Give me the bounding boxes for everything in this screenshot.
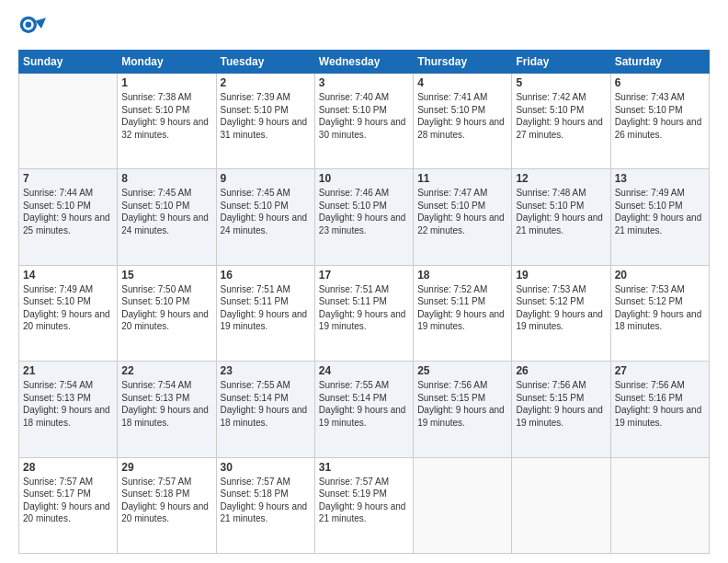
calendar-cell: 29Sunrise: 7:57 AMSunset: 5:18 PMDayligh… (118, 457, 216, 553)
day-number: 27 (615, 364, 705, 377)
calendar-cell: 26Sunrise: 7:56 AMSunset: 5:15 PMDayligh… (512, 362, 610, 457)
calendar-cell: 31Sunrise: 7:57 AMSunset: 5:19 PMDayligh… (314, 457, 413, 553)
calendar-cell: 17Sunrise: 7:51 AMSunset: 5:11 PMDayligh… (314, 265, 413, 361)
calendar-week-row: 7Sunrise: 7:44 AMSunset: 5:10 PMDaylight… (19, 169, 710, 265)
calendar-cell: 15Sunrise: 7:50 AMSunset: 5:10 PMDayligh… (118, 265, 216, 361)
day-number: 15 (121, 269, 211, 282)
calendar-cell: 18Sunrise: 7:52 AMSunset: 5:11 PMDayligh… (414, 265, 512, 361)
day-number: 14 (23, 269, 113, 282)
day-number: 5 (516, 76, 606, 89)
day-number: 30 (221, 461, 311, 474)
day-info: Sunrise: 7:57 AMSunset: 5:18 PMDaylight:… (121, 476, 211, 525)
day-info: Sunrise: 7:44 AMSunset: 5:10 PMDaylight:… (23, 187, 113, 236)
header-thursday: Thursday (414, 51, 512, 74)
calendar-cell: 23Sunrise: 7:55 AMSunset: 5:14 PMDayligh… (216, 362, 314, 457)
day-info: Sunrise: 7:41 AMSunset: 5:10 PMDaylight:… (417, 91, 507, 141)
day-number: 13 (615, 172, 705, 185)
calendar-week-row: 28Sunrise: 7:57 AMSunset: 5:17 PMDayligh… (19, 457, 710, 553)
day-info: Sunrise: 7:49 AMSunset: 5:10 PMDaylight:… (615, 187, 705, 236)
day-info: Sunrise: 7:53 AMSunset: 5:12 PMDaylight:… (615, 283, 705, 333)
calendar-cell: 12Sunrise: 7:48 AMSunset: 5:10 PMDayligh… (512, 169, 610, 265)
svg-point-2 (26, 22, 32, 29)
day-number: 17 (319, 269, 409, 282)
calendar-week-row: 21Sunrise: 7:54 AMSunset: 5:13 PMDayligh… (19, 362, 710, 457)
day-info: Sunrise: 7:57 AMSunset: 5:19 PMDaylight:… (319, 476, 409, 525)
day-info: Sunrise: 7:53 AMSunset: 5:12 PMDaylight:… (516, 283, 606, 333)
header-friday: Friday (512, 51, 610, 74)
calendar-week-row: 1Sunrise: 7:38 AMSunset: 5:10 PMDaylight… (19, 74, 710, 169)
day-number: 11 (417, 172, 507, 185)
calendar-table: SundayMondayTuesdayWednesdayThursdayFrid… (18, 50, 710, 554)
day-number: 1 (121, 76, 211, 89)
calendar-cell: 3Sunrise: 7:40 AMSunset: 5:10 PMDaylight… (314, 74, 413, 169)
day-info: Sunrise: 7:50 AMSunset: 5:10 PMDaylight:… (121, 283, 211, 333)
logo (18, 15, 51, 42)
calendar-cell: 6Sunrise: 7:43 AMSunset: 5:10 PMDaylight… (610, 74, 709, 169)
day-number: 6 (615, 76, 705, 89)
calendar-cell (610, 457, 709, 553)
calendar-cell: 5Sunrise: 7:42 AMSunset: 5:10 PMDaylight… (512, 74, 610, 169)
calendar-cell: 4Sunrise: 7:41 AMSunset: 5:10 PMDaylight… (414, 74, 512, 169)
day-number: 23 (221, 364, 311, 377)
calendar-cell: 2Sunrise: 7:39 AMSunset: 5:10 PMDaylight… (216, 74, 314, 169)
day-number: 21 (23, 364, 113, 377)
calendar-week-row: 14Sunrise: 7:49 AMSunset: 5:10 PMDayligh… (19, 265, 710, 361)
calendar-cell: 20Sunrise: 7:53 AMSunset: 5:12 PMDayligh… (610, 265, 709, 361)
header-monday: Monday (118, 51, 216, 74)
day-number: 19 (516, 269, 606, 282)
day-info: Sunrise: 7:54 AMSunset: 5:13 PMDaylight:… (23, 379, 113, 429)
day-info: Sunrise: 7:57 AMSunset: 5:18 PMDaylight:… (221, 476, 311, 525)
day-info: Sunrise: 7:55 AMSunset: 5:14 PMDaylight:… (319, 379, 409, 429)
day-info: Sunrise: 7:49 AMSunset: 5:10 PMDaylight:… (23, 283, 113, 333)
header (18, 15, 710, 42)
day-number: 12 (516, 172, 606, 185)
calendar-cell: 10Sunrise: 7:46 AMSunset: 5:10 PMDayligh… (314, 169, 413, 265)
day-info: Sunrise: 7:57 AMSunset: 5:17 PMDaylight:… (23, 476, 113, 525)
header-tuesday: Tuesday (216, 51, 314, 74)
day-info: Sunrise: 7:45 AMSunset: 5:10 PMDaylight:… (121, 187, 211, 236)
calendar-cell (414, 457, 512, 553)
day-number: 24 (319, 364, 409, 377)
day-number: 10 (319, 172, 409, 185)
header-wednesday: Wednesday (314, 51, 413, 74)
calendar-cell: 9Sunrise: 7:45 AMSunset: 5:10 PMDaylight… (216, 169, 314, 265)
header-saturday: Saturday (610, 51, 709, 74)
calendar-cell (19, 74, 118, 169)
calendar-cell: 1Sunrise: 7:38 AMSunset: 5:10 PMDaylight… (118, 74, 216, 169)
day-info: Sunrise: 7:56 AMSunset: 5:15 PMDaylight:… (417, 379, 507, 429)
logo-icon (18, 15, 46, 42)
day-info: Sunrise: 7:52 AMSunset: 5:11 PMDaylight:… (417, 283, 507, 333)
day-info: Sunrise: 7:46 AMSunset: 5:10 PMDaylight:… (319, 187, 409, 236)
calendar-cell: 13Sunrise: 7:49 AMSunset: 5:10 PMDayligh… (610, 169, 709, 265)
day-info: Sunrise: 7:38 AMSunset: 5:10 PMDaylight:… (121, 91, 211, 141)
header-sunday: Sunday (19, 51, 118, 74)
calendar-cell: 11Sunrise: 7:47 AMSunset: 5:10 PMDayligh… (414, 169, 512, 265)
day-number: 20 (615, 269, 705, 282)
day-number: 31 (319, 461, 409, 474)
calendar-cell: 7Sunrise: 7:44 AMSunset: 5:10 PMDaylight… (19, 169, 118, 265)
page: SundayMondayTuesdayWednesdayThursdayFrid… (0, 0, 728, 563)
day-number: 4 (417, 76, 507, 89)
day-info: Sunrise: 7:42 AMSunset: 5:10 PMDaylight:… (516, 91, 606, 141)
day-info: Sunrise: 7:47 AMSunset: 5:10 PMDaylight:… (417, 187, 507, 236)
svg-marker-3 (35, 17, 46, 29)
day-info: Sunrise: 7:39 AMSunset: 5:10 PMDaylight:… (221, 91, 311, 141)
day-info: Sunrise: 7:40 AMSunset: 5:10 PMDaylight:… (319, 91, 409, 141)
day-number: 7 (23, 172, 113, 185)
calendar-cell: 30Sunrise: 7:57 AMSunset: 5:18 PMDayligh… (216, 457, 314, 553)
day-number: 8 (121, 172, 211, 185)
calendar-header-row: SundayMondayTuesdayWednesdayThursdayFrid… (19, 51, 710, 74)
calendar-cell: 8Sunrise: 7:45 AMSunset: 5:10 PMDaylight… (118, 169, 216, 265)
calendar-cell (512, 457, 610, 553)
day-number: 28 (23, 461, 113, 474)
day-number: 18 (417, 269, 507, 282)
day-info: Sunrise: 7:56 AMSunset: 5:15 PMDaylight:… (516, 379, 606, 429)
day-number: 22 (121, 364, 211, 377)
day-number: 29 (121, 461, 211, 474)
calendar-cell: 14Sunrise: 7:49 AMSunset: 5:10 PMDayligh… (19, 265, 118, 361)
day-number: 2 (221, 76, 311, 89)
calendar-cell: 19Sunrise: 7:53 AMSunset: 5:12 PMDayligh… (512, 265, 610, 361)
calendar-cell: 25Sunrise: 7:56 AMSunset: 5:15 PMDayligh… (414, 362, 512, 457)
day-number: 3 (319, 76, 409, 89)
calendar-cell: 24Sunrise: 7:55 AMSunset: 5:14 PMDayligh… (314, 362, 413, 457)
